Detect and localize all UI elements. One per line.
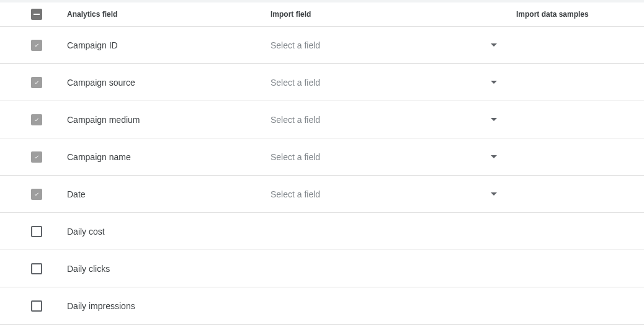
checkbox-cell bbox=[0, 151, 67, 163]
import-field-cell: Select a field bbox=[271, 115, 516, 125]
analytics-field-label: Campaign ID bbox=[67, 40, 271, 50]
row-checkbox[interactable] bbox=[31, 114, 42, 125]
checkbox-cell bbox=[0, 114, 67, 125]
analytics-field-label: Campaign medium bbox=[67, 115, 271, 125]
caret-down-icon bbox=[491, 43, 497, 47]
select-placeholder: Select a field bbox=[271, 78, 320, 88]
select-placeholder: Select a field bbox=[271, 40, 320, 50]
table-row: Campaign nameSelect a field bbox=[0, 138, 644, 176]
analytics-field-label: Campaign name bbox=[67, 152, 271, 162]
import-field-cell: Select a field bbox=[271, 40, 516, 50]
import-field-select[interactable]: Select a field bbox=[271, 189, 497, 199]
analytics-field-label: Daily impressions bbox=[67, 301, 271, 311]
table-row: Campaign sourceSelect a field bbox=[0, 64, 644, 101]
row-checkbox[interactable] bbox=[31, 226, 42, 237]
checkmark-icon bbox=[33, 117, 40, 122]
row-checkbox[interactable] bbox=[31, 40, 42, 51]
analytics-field-label: Campaign source bbox=[67, 78, 271, 88]
checkbox-cell bbox=[0, 300, 67, 312]
checkbox-cell bbox=[0, 226, 67, 237]
table-row: DateSelect a field bbox=[0, 176, 644, 213]
header-import-samples: Import data samples bbox=[516, 10, 644, 19]
table-row: Daily clicks bbox=[0, 250, 644, 287]
analytics-field-label: Daily cost bbox=[67, 227, 271, 237]
table-header-row: Analytics field Import field Import data… bbox=[0, 0, 644, 27]
row-checkbox[interactable] bbox=[31, 300, 42, 312]
caret-down-icon bbox=[491, 118, 497, 121]
checkbox-cell bbox=[0, 263, 67, 274]
row-checkbox[interactable] bbox=[31, 263, 42, 274]
caret-down-icon bbox=[491, 81, 497, 84]
checkmark-icon bbox=[33, 154, 40, 160]
select-placeholder: Select a field bbox=[271, 189, 320, 199]
import-field-cell: Select a field bbox=[271, 78, 516, 88]
import-field-select[interactable]: Select a field bbox=[271, 40, 497, 50]
checkmark-icon bbox=[33, 42, 40, 48]
row-checkbox[interactable] bbox=[31, 77, 42, 88]
table-row: Campaign mediumSelect a field bbox=[0, 101, 644, 138]
indeterminate-icon bbox=[34, 14, 40, 15]
checkbox-cell bbox=[0, 189, 67, 200]
import-field-cell: Select a field bbox=[271, 189, 516, 199]
analytics-field-label: Date bbox=[67, 189, 271, 199]
select-all-checkbox[interactable] bbox=[31, 9, 42, 20]
checkbox-cell bbox=[0, 77, 67, 88]
table-row: Campaign IDSelect a field bbox=[0, 27, 644, 64]
select-placeholder: Select a field bbox=[271, 115, 320, 125]
checkmark-icon bbox=[33, 79, 40, 85]
caret-down-icon bbox=[491, 192, 497, 196]
checkbox-cell bbox=[0, 40, 67, 51]
field-mapping-table: Analytics field Import field Import data… bbox=[0, 0, 644, 325]
row-checkbox[interactable] bbox=[31, 151, 42, 163]
import-field-cell: Select a field bbox=[271, 152, 516, 162]
import-field-select[interactable]: Select a field bbox=[271, 78, 497, 88]
header-checkbox-cell bbox=[0, 9, 67, 20]
checkmark-icon bbox=[33, 191, 40, 197]
select-placeholder: Select a field bbox=[271, 152, 320, 162]
header-import-field: Import field bbox=[271, 10, 516, 19]
table-row: Daily impressions bbox=[0, 287, 644, 325]
import-field-select[interactable]: Select a field bbox=[271, 152, 497, 162]
analytics-field-label: Daily clicks bbox=[67, 264, 271, 274]
import-field-select[interactable]: Select a field bbox=[271, 115, 497, 125]
row-checkbox[interactable] bbox=[31, 189, 42, 200]
caret-down-icon bbox=[491, 155, 497, 158]
header-analytics-field: Analytics field bbox=[67, 10, 271, 19]
table-row: Daily cost bbox=[0, 213, 644, 250]
